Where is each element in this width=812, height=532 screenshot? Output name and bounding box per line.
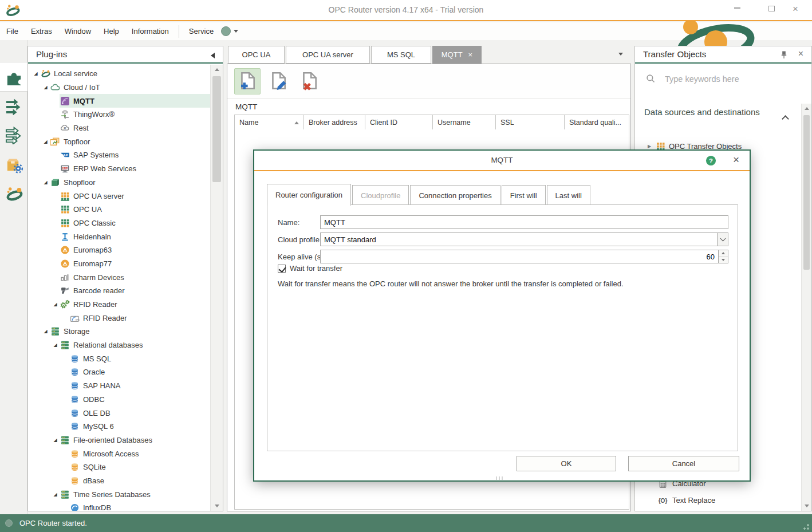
opc-router-logo-icon[interactable] xyxy=(0,179,27,208)
tree-item-thingworx[interactable]: ThingWorx® xyxy=(28,108,210,121)
expander-icon[interactable]: ◢ xyxy=(41,329,50,334)
service-status-icon[interactable] xyxy=(221,26,231,36)
tree-item-rfid-reader[interactable]: ◢RFID Reader xyxy=(28,298,210,312)
tree-item-ole-db[interactable]: OLE DB xyxy=(28,406,210,420)
delete-item-button[interactable] xyxy=(296,68,322,94)
add-item-button[interactable] xyxy=(234,68,261,94)
tree-item-file-oriented-databases[interactable]: ◢File-oriented Databases xyxy=(28,434,210,447)
transfer-item-text-replace[interactable]: {O}Text Replace xyxy=(635,492,798,509)
tree-item-opc-ua-server[interactable]: OPC UA server xyxy=(28,189,210,203)
wait-for-transfer-checkbox[interactable] xyxy=(278,265,286,273)
tree-item-euromap77[interactable]: Euromap77 xyxy=(28,257,210,271)
tab-list-dropdown-icon[interactable] xyxy=(618,53,623,56)
tree-item-mqtt[interactable]: MQTT xyxy=(28,94,210,108)
scroll-down-icon[interactable] xyxy=(802,501,811,511)
tree-item-sap-hana[interactable]: SAP HANA xyxy=(28,379,210,393)
expander-icon[interactable]: ▶ xyxy=(648,144,656,149)
spin-down-icon[interactable] xyxy=(719,257,728,263)
cancel-button[interactable]: Cancel xyxy=(628,456,739,471)
expander-icon[interactable]: ◢ xyxy=(51,342,60,348)
menu-information[interactable]: Information xyxy=(125,24,175,38)
tab-opc-ua[interactable]: OPC UA xyxy=(228,46,285,64)
tree-item-influxdb[interactable]: InfluxDB xyxy=(28,501,210,511)
collapse-panel-icon[interactable] xyxy=(211,53,215,58)
column-header-name[interactable]: Name xyxy=(234,115,304,130)
tree-item-odbc[interactable]: ODBC xyxy=(28,393,210,407)
transfer-scrollbar[interactable] xyxy=(801,104,811,511)
scrollbar-thumb[interactable] xyxy=(212,76,221,182)
pin-icon[interactable] xyxy=(779,50,789,60)
spin-up-icon[interactable] xyxy=(719,250,728,257)
tree-item-ms-sql[interactable]: MS SQL xyxy=(28,352,210,365)
cloud-profile-select[interactable]: MQTT standard xyxy=(320,232,728,246)
expander-icon[interactable]: ◢ xyxy=(41,180,50,185)
window-resize-grip[interactable] xyxy=(802,522,810,530)
transfer-arrows-icon[interactable] xyxy=(0,91,27,121)
tree-item-charm-devices[interactable]: Charm Devices xyxy=(28,270,210,284)
menu-file[interactable]: File xyxy=(0,24,25,38)
maximize-button[interactable] xyxy=(763,3,780,16)
tree-item-euromap63[interactable]: Euromap63 xyxy=(28,243,210,257)
column-header-ssl[interactable]: SSL xyxy=(496,115,565,130)
tree-item-microsoft-access[interactable]: Microsoft Access xyxy=(28,447,210,460)
plugins-tree-scrollbar[interactable] xyxy=(210,65,223,511)
close-button[interactable]: × xyxy=(787,3,804,16)
expander-icon[interactable]: ◢ xyxy=(51,492,60,497)
expander-icon[interactable]: ◢ xyxy=(51,438,60,443)
close-panel-icon[interactable]: × xyxy=(798,49,803,59)
menu-service[interactable]: Service xyxy=(183,24,220,38)
dialog-tab-router-configuration[interactable]: Router configuration xyxy=(267,184,351,206)
wait-for-transfer-option[interactable]: Wait for transfer xyxy=(278,264,342,273)
tab-mqtt[interactable]: MQTT× xyxy=(432,46,482,64)
dialog-tab-connection-properties[interactable]: Connection properties xyxy=(410,185,500,205)
edit-item-button[interactable] xyxy=(265,68,291,94)
tree-item-relational-databases[interactable]: ◢Relational databases xyxy=(28,338,210,352)
tree-item-local-service[interactable]: ◢Local service xyxy=(28,67,210,81)
dialog-close-icon[interactable]: × xyxy=(733,153,739,166)
tree-item-opc-classic[interactable]: OPC Classic xyxy=(28,216,210,230)
help-icon[interactable]: ? xyxy=(705,155,716,166)
tree-item-rest[interactable]: RRest xyxy=(28,121,210,135)
ok-button[interactable]: OK xyxy=(517,456,616,471)
tab-ms-sql[interactable]: MS SQL xyxy=(371,46,431,64)
collapse-section-icon[interactable] xyxy=(782,115,789,123)
scroll-up-icon[interactable] xyxy=(211,65,223,74)
name-field[interactable] xyxy=(320,215,728,229)
menu-window[interactable]: Window xyxy=(58,24,97,38)
tree-item-opc-ua[interactable]: OPC UA xyxy=(28,203,210,216)
tree-item-oracle[interactable]: Oracle xyxy=(28,365,210,379)
expander-icon[interactable]: ◢ xyxy=(41,139,50,144)
column-header-client-id[interactable]: Client ID xyxy=(365,115,433,130)
scroll-down-icon[interactable] xyxy=(211,501,223,511)
expander-icon[interactable]: ◢ xyxy=(51,302,60,307)
dialog-tab-first-will[interactable]: First will xyxy=(502,185,546,205)
tree-item-time-series-databases[interactable]: ◢Time Series Databases xyxy=(28,487,210,501)
tree-item-rfid-reader[interactable]: RFIDRFID Reader xyxy=(28,311,210,325)
combo-dropdown-icon[interactable] xyxy=(717,233,728,246)
plugins-puzzle-icon[interactable] xyxy=(0,62,28,92)
scrollbar-thumb[interactable] xyxy=(803,115,810,270)
tree-item-mysql-6[interactable]: MySQL 6 xyxy=(28,420,210,434)
dialog-tab-last-will[interactable]: Last will xyxy=(547,185,590,205)
tree-item-heidenhain[interactable]: Heidenhain xyxy=(28,230,210,243)
tree-item-shopfloor[interactable]: ◢Shopfloor xyxy=(28,176,210,190)
scroll-up-icon[interactable] xyxy=(802,104,811,113)
expander-icon[interactable]: ◢ xyxy=(31,71,40,76)
menu-extras[interactable]: Extras xyxy=(25,24,58,38)
tree-item-cloud-iot[interactable]: ◢Cloud / IoT xyxy=(28,81,210,94)
tree-item-erp-web-services[interactable]: ERPERP Web Services xyxy=(28,162,210,176)
search-input[interactable] xyxy=(664,74,772,84)
tree-item-storage[interactable]: ◢Storage xyxy=(28,325,210,338)
tree-item-dbase[interactable]: dBase xyxy=(28,474,210,488)
keep-alive-input[interactable] xyxy=(321,250,718,263)
template-arrows-icon[interactable] xyxy=(0,120,27,150)
column-header-standard-quali[interactable]: Standard quali... xyxy=(565,115,629,130)
column-header-broker-address[interactable]: Broker address xyxy=(304,115,365,130)
tab-opc-ua-server[interactable]: OPC UA server xyxy=(286,46,370,64)
tree-item-topfloor[interactable]: ◢Topfloor xyxy=(28,135,210,148)
tree-item-sqlite[interactable]: SQLite xyxy=(28,460,210,474)
expander-icon[interactable]: ◢ xyxy=(41,85,50,90)
menu-help[interactable]: Help xyxy=(97,24,125,38)
close-tab-icon[interactable]: × xyxy=(468,50,473,59)
service-dropdown-icon[interactable] xyxy=(234,30,238,33)
